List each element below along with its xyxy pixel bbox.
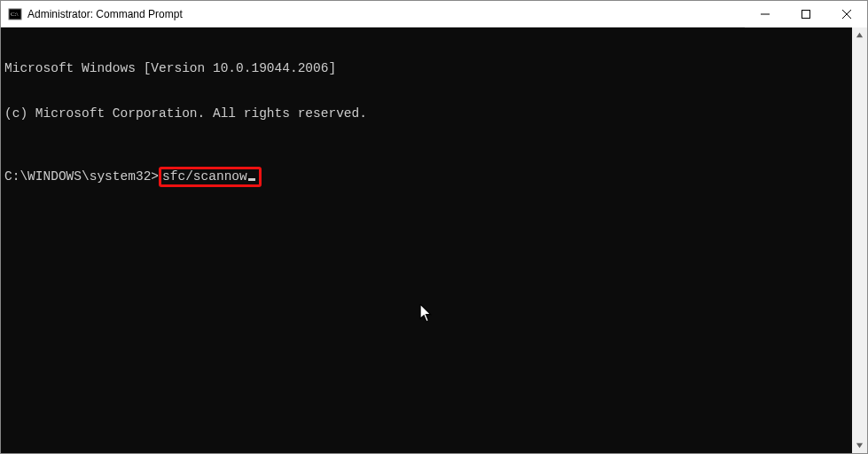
svg-rect-3 <box>802 10 810 18</box>
version-line: Microsoft Windows [Version 10.0.19044.20… <box>4 61 852 76</box>
svg-marker-6 <box>856 33 863 37</box>
scroll-down-button[interactable] <box>852 438 867 453</box>
scroll-track[interactable] <box>852 43 867 438</box>
close-button[interactable] <box>826 1 867 27</box>
scroll-up-button[interactable] <box>852 27 867 43</box>
terminal-output[interactable]: Microsoft Windows [Version 10.0.19044.20… <box>1 27 852 453</box>
command-text: sfc/scannow <box>162 169 247 184</box>
svg-text:C:\: C:\ <box>11 11 19 18</box>
cmd-icon: C:\ <box>8 7 22 21</box>
cmd-window: C:\ Administrator: Command Prompt Micros… <box>0 0 868 454</box>
command-highlight: sfc/scannow <box>159 167 262 187</box>
prompt-line: C:\WINDOWS\system32>sfc/scannow <box>4 167 852 187</box>
prompt-text: C:\WINDOWS\system32> <box>4 169 159 184</box>
vertical-scrollbar[interactable] <box>852 27 867 453</box>
minimize-button[interactable] <box>745 1 786 27</box>
text-cursor <box>248 178 255 181</box>
window-title: Administrator: Command Prompt <box>27 8 183 20</box>
svg-marker-7 <box>856 443 863 448</box>
client-area: Microsoft Windows [Version 10.0.19044.20… <box>1 27 867 453</box>
copyright-line: (c) Microsoft Corporation. All rights re… <box>4 106 852 121</box>
titlebar[interactable]: C:\ Administrator: Command Prompt <box>1 1 867 27</box>
maximize-button[interactable] <box>786 1 826 27</box>
